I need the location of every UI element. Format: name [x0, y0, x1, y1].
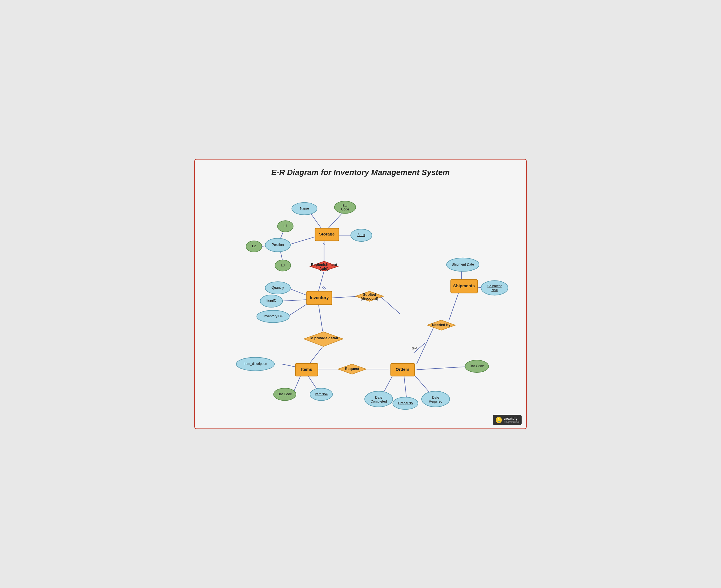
- date-required-label2: Required: [429, 399, 442, 403]
- svg-line-30: [322, 287, 325, 290]
- quantity-label: Quantity: [272, 286, 284, 290]
- er-diagram: Replenishment (add) Suplied (discount) T…: [195, 179, 526, 428]
- itemid-label: ItemID: [266, 299, 277, 303]
- needed-by-label: Needed by: [432, 323, 450, 327]
- logo-subtitle: Diagramming: [504, 421, 519, 423]
- storage-label: Storage: [319, 232, 335, 236]
- inventory-label: Inventory: [310, 295, 329, 300]
- replenishment-label: Replenishment: [311, 262, 337, 267]
- position-label: Position: [272, 243, 284, 247]
- sno-label: Sno#: [357, 233, 365, 237]
- shipment-date-label: Shipment Date: [452, 262, 474, 267]
- date-required-label: Date: [432, 396, 439, 399]
- svg-line-15: [309, 346, 323, 363]
- shipment-no-label: Shipment: [487, 284, 502, 288]
- orderno-label: OrederNo: [398, 401, 413, 405]
- l1-label: L1: [284, 224, 287, 228]
- barcode-storage-label2: Code: [341, 207, 349, 211]
- request-label: Request: [345, 366, 360, 371]
- item-desc-label: Item_discription: [244, 362, 267, 366]
- svg-line-11: [287, 304, 307, 316]
- items-label: Items: [301, 367, 312, 372]
- supplied-label: Suplied: [363, 292, 376, 296]
- svg-line-3: [287, 237, 316, 245]
- svg-line-10: [282, 300, 307, 301]
- svg-line-22: [404, 375, 407, 401]
- supplied-label2: (discount): [361, 296, 379, 300]
- svg-line-13: [380, 296, 400, 314]
- orders-label: Orders: [396, 367, 409, 372]
- l2-label: L2: [252, 244, 256, 248]
- logo-brand: creately: [504, 416, 519, 421]
- text-connector-label: text: [412, 346, 417, 350]
- creately-logo: 💡 creately Diagramming: [493, 415, 522, 425]
- shipments-label: Shipments: [453, 283, 475, 288]
- svg-line-14: [319, 304, 323, 331]
- barcode-items-label: Bar Code: [278, 392, 292, 396]
- logo-bulb-icon: 💡: [496, 417, 502, 423]
- barcode-orders-label: Bar Code: [470, 364, 484, 368]
- svg-line-26: [449, 293, 459, 321]
- to-provide-label: To provide detail: [309, 336, 338, 340]
- svg-line-25: [417, 325, 435, 364]
- svg-line-31: [324, 286, 326, 289]
- svg-line-24: [417, 366, 473, 370]
- diagram-title: E-R Diagram for Inventory Management Sys…: [201, 165, 520, 177]
- inventoryid-label: InventoryID#: [264, 314, 283, 318]
- replenishment-label2: (add): [320, 267, 329, 271]
- date-completed-label2: Completed: [370, 399, 387, 403]
- name-label: Name: [300, 207, 309, 210]
- svg-line-9: [287, 288, 307, 295]
- itemno-label: ItemNo#: [315, 392, 327, 396]
- svg-line-18: [282, 364, 296, 367]
- diagram-container: E-R Diagram for Inventory Management Sys…: [194, 159, 527, 429]
- barcode-storage-label: Bar: [342, 204, 348, 208]
- shipment-no-label2: No#: [492, 288, 498, 292]
- date-completed-label: Date: [375, 396, 382, 399]
- svg-line-19: [293, 375, 301, 393]
- l3-label: L3: [281, 263, 285, 267]
